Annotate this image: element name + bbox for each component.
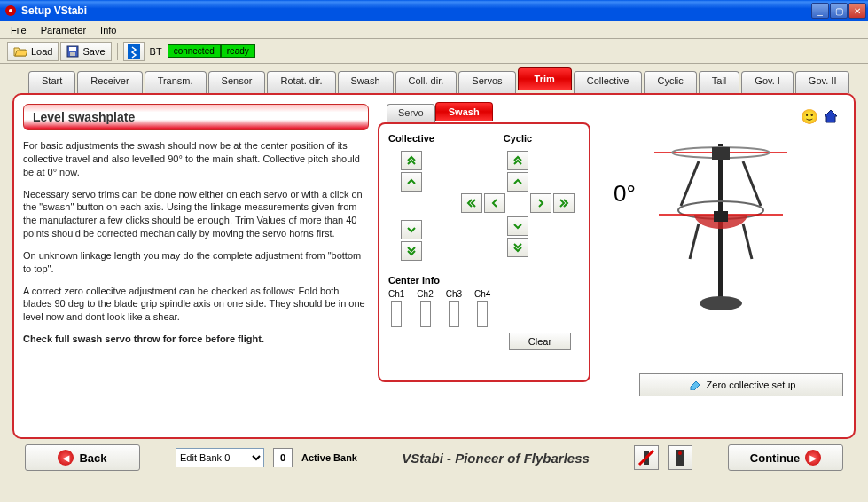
left-panel: Level swashplate For basic adjustments t… (23, 104, 369, 428)
main-panel: Level swashplate For basic adjustments t… (12, 93, 856, 439)
svg-line-15 (690, 224, 699, 259)
control-box: Servo Swash Collective (378, 104, 590, 428)
tab-swash[interactable]: Swash (338, 71, 394, 93)
menu-parameter[interactable]: Parameter (34, 23, 93, 37)
menubar: File Parameter Info (0, 21, 868, 39)
close-button[interactable]: ✕ (848, 3, 866, 19)
bt-connected: connected (168, 44, 221, 58)
svg-rect-4 (70, 52, 75, 56)
help-p1: For basic adjustments the swash should n… (23, 139, 369, 179)
back-button[interactable]: ◄ Back (25, 444, 140, 471)
save-label: Save (82, 46, 105, 57)
tab-transm[interactable]: Transm. (145, 71, 207, 93)
continue-arrow-icon: ► (805, 450, 821, 466)
tab-gov-ii[interactable]: Gov. II (795, 71, 850, 93)
ch2-label: Ch2 (417, 289, 433, 299)
visualization-panel: 🙂 0° (596, 104, 845, 428)
tab-tail[interactable]: Tail (699, 71, 740, 93)
bt-ready: ready (221, 44, 255, 58)
svg-line-10 (681, 161, 699, 206)
svg-point-21 (678, 451, 682, 455)
svg-line-11 (743, 161, 761, 206)
maximize-button[interactable]: ▢ (830, 3, 848, 19)
svg-rect-14 (714, 211, 728, 222)
tab-cyclic[interactable]: Cyclic (644, 71, 696, 93)
svg-point-17 (700, 296, 742, 310)
svg-line-16 (743, 224, 752, 259)
collective-down-button[interactable] (401, 220, 422, 239)
edit-bank-select[interactable]: Edit Bank 0 (176, 448, 264, 467)
app-icon (4, 4, 18, 18)
collective-double-down-button[interactable] (401, 241, 422, 261)
clear-button[interactable]: Clear (509, 333, 571, 350)
help-p4: A correct zero collecitve adjustment can… (23, 285, 369, 325)
device-button[interactable] (668, 445, 692, 470)
center-info-label: Center Info (388, 275, 580, 286)
help-p5: Check full swash servo throw for force b… (23, 333, 369, 346)
cyclic-up-button[interactable] (507, 172, 528, 192)
menu-file[interactable]: File (4, 23, 34, 37)
continue-button[interactable]: Continue ► (728, 444, 843, 471)
control-body: Collective Cyclic (378, 122, 590, 382)
toolbar-separator (117, 43, 118, 60)
minimize-button[interactable]: _ (811, 3, 829, 19)
ch2-bar (420, 301, 431, 327)
cyclic-label: Cyclic (504, 133, 532, 144)
tab-sensor[interactable]: Sensor (208, 71, 266, 93)
bluetooth-icon (128, 44, 140, 59)
ch4-label: Ch4 (474, 289, 490, 299)
tab-coll-dir[interactable]: Coll. dir. (395, 71, 457, 93)
degree-readout: 0° (614, 180, 636, 208)
tab-servos[interactable]: Servos (458, 71, 515, 93)
svg-rect-9 (712, 147, 730, 160)
cyclic-double-left-button[interactable] (461, 193, 482, 213)
load-button[interactable]: Load (7, 42, 59, 61)
cyclic-right-button[interactable] (530, 193, 551, 213)
cyclic-left-button[interactable] (484, 193, 505, 213)
subtab-swash[interactable]: Swash (435, 102, 493, 121)
floppy-icon (66, 45, 79, 58)
cyclic-double-up-button[interactable] (507, 151, 528, 170)
collective-up-button[interactable] (401, 172, 422, 192)
zero-collective-button[interactable]: Zero collective setup (639, 373, 843, 396)
center-info: Center Info Ch1 Ch2 Ch3 Ch4 Clear (388, 275, 580, 350)
heli-graphic (645, 126, 796, 321)
tab-receiver[interactable]: Receiver (77, 71, 142, 93)
save-button[interactable]: Save (60, 42, 111, 61)
ch1-bar (391, 301, 402, 327)
help-p3: On unknown linkage length you may do the… (23, 249, 369, 276)
subtab-servo[interactable]: Servo (387, 104, 435, 122)
svg-point-1 (9, 9, 12, 12)
help-text: For basic adjustments the swash should n… (23, 139, 369, 346)
load-label: Load (31, 46, 52, 57)
tab-gov-i[interactable]: Gov. I (741, 71, 794, 93)
bluetooth-button[interactable] (123, 42, 145, 61)
collective-label: Collective (388, 133, 434, 144)
cyclic-double-down-button[interactable] (507, 238, 528, 257)
active-bank-label: Active Bank (301, 452, 357, 463)
tab-rotat-dir[interactable]: Rotat. dir. (267, 71, 335, 93)
svg-rect-3 (69, 47, 76, 51)
folder-open-icon (13, 45, 27, 58)
bt-label: BT (150, 46, 162, 57)
tab-start[interactable]: Start (28, 71, 75, 93)
main-tabs: Start Receiver Transm. Sensor Rotat. dir… (28, 71, 856, 93)
collective-double-up-button[interactable] (401, 151, 422, 170)
cyclic-double-right-button[interactable] (553, 193, 575, 213)
window-title: Setup VStabi (21, 4, 811, 17)
ch4-bar (477, 301, 488, 327)
footer: ◄ Back Edit Bank 0 0 Active Bank VStabi … (12, 439, 856, 476)
right-panel: Servo Swash Collective (378, 104, 845, 428)
ch1-label: Ch1 (388, 289, 404, 299)
disable-button[interactable] (634, 445, 659, 470)
eraser-icon (687, 380, 701, 390)
cyclic-down-button[interactable] (507, 216, 528, 236)
tab-trim[interactable]: Trim (518, 67, 572, 90)
heli-visualization: 0° (596, 104, 845, 343)
continue-label: Continue (750, 451, 800, 465)
ch3-bar (449, 301, 459, 327)
tab-collective[interactable]: Collective (574, 71, 643, 93)
menu-info[interactable]: Info (93, 23, 123, 37)
back-label: Back (79, 451, 106, 465)
toolbar: Load Save BT connected ready (0, 39, 868, 64)
